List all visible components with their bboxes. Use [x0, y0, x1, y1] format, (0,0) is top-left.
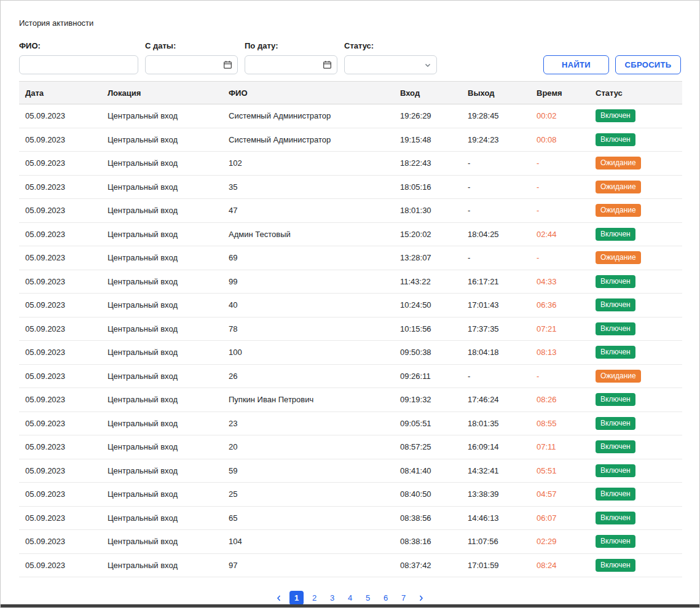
cell-status: Включен: [589, 128, 682, 152]
calendar-icon[interactable]: [223, 60, 232, 69]
cell-status: Ожидание: [589, 152, 682, 176]
cell-time: 00:08: [530, 128, 589, 152]
status-badge: Включен: [596, 109, 635, 122]
cell-fio: Пупкин Иван Петрович: [222, 388, 394, 412]
cell-location: Центральный вход: [101, 128, 222, 152]
date-from-field[interactable]: [151, 60, 223, 69]
cell-time: -: [530, 175, 589, 199]
cell-status: Включен: [589, 506, 682, 530]
status-label: Статус:: [344, 41, 437, 50]
page-button-3[interactable]: 3: [325, 591, 339, 605]
cell-date: 05.09.2023: [19, 459, 101, 483]
cell-time: 08:24: [530, 553, 589, 577]
cell-entry: 18:22:43: [394, 152, 462, 176]
cell-time: 06:07: [530, 506, 589, 530]
page-button-4[interactable]: 4: [343, 591, 357, 605]
cell-time: 07:11: [530, 435, 589, 459]
cell-date: 05.09.2023: [19, 175, 101, 199]
cell-location: Центральный вход: [101, 270, 222, 294]
table-row: 05.09.2023 Центральный вход 104 08:38:16…: [19, 530, 682, 554]
status-badge: Включен: [596, 488, 635, 501]
date-from-label: С даты:: [145, 41, 238, 50]
cell-time: 08:13: [530, 341, 589, 365]
cell-status: Ожидание: [589, 199, 682, 223]
reset-button[interactable]: СБРОСИТЬ: [615, 55, 681, 74]
cell-exit: 14:46:13: [462, 506, 530, 530]
cell-entry: 09:05:51: [394, 411, 462, 435]
cell-status: Включен: [589, 459, 682, 483]
cell-entry: 09:26:11: [394, 364, 462, 388]
cell-entry: 18:01:30: [394, 199, 462, 223]
cell-exit: 11:07:56: [462, 530, 530, 554]
cell-fio: 59: [222, 459, 394, 483]
chevron-down-icon: [424, 61, 431, 69]
prev-page-icon[interactable]: [272, 591, 286, 605]
cell-date: 05.09.2023: [19, 246, 101, 270]
find-button[interactable]: НАЙТИ: [543, 55, 609, 74]
status-filter-group: Статус:: [344, 41, 437, 74]
cell-location: Центральный вход: [101, 222, 222, 246]
cell-date: 05.09.2023: [19, 341, 101, 365]
cell-fio: 65: [222, 506, 394, 530]
cell-entry: 15:20:02: [394, 222, 462, 246]
status-badge: Включен: [596, 559, 635, 572]
status-badge: Включен: [596, 393, 635, 406]
fio-input[interactable]: [19, 55, 138, 74]
page-button-1[interactable]: 1: [289, 591, 304, 605]
cell-entry: 08:38:16: [394, 530, 462, 554]
cell-exit: 16:09:14: [462, 435, 530, 459]
calendar-icon[interactable]: [323, 60, 332, 69]
status-select[interactable]: [344, 55, 437, 74]
cell-date: 05.09.2023: [19, 483, 101, 507]
fio-filter-group: ФИО:: [19, 41, 138, 74]
table-row: 05.09.2023 Центральный вход Системный Ад…: [19, 128, 682, 152]
cell-status: Включен: [589, 530, 682, 554]
column-header: ФИО: [222, 82, 394, 104]
table-row: 05.09.2023 Центральный вход 26 09:26:11 …: [19, 364, 682, 388]
cell-fio: 69: [222, 246, 394, 270]
table-row: 05.09.2023 Центральный вход 40 10:24:50 …: [19, 294, 682, 318]
next-page-icon[interactable]: [414, 591, 428, 605]
date-from-input[interactable]: [145, 55, 238, 74]
pagination-pages: 1234567: [289, 591, 411, 605]
table-row: 05.09.2023 Центральный вход 23 09:05:51 …: [19, 411, 682, 435]
cell-time: 02:29: [530, 530, 589, 554]
status-badge: Включен: [596, 322, 635, 335]
status-badge: Включен: [596, 512, 635, 524]
page-button-7[interactable]: 7: [396, 591, 411, 605]
cell-entry: 08:57:25: [394, 435, 462, 459]
status-badge: Ожидание: [596, 204, 641, 217]
cell-status: Включен: [589, 483, 682, 507]
cell-date: 05.09.2023: [19, 128, 101, 152]
page-button-2[interactable]: 2: [307, 591, 321, 605]
page-button-6[interactable]: 6: [379, 591, 393, 605]
cell-date: 05.09.2023: [19, 435, 101, 459]
cell-exit: 17:01:43: [462, 294, 530, 318]
cell-time: -: [530, 246, 589, 270]
cell-status: Включен: [589, 388, 682, 412]
date-to-field[interactable]: [250, 60, 323, 69]
cell-location: Центральный вход: [101, 364, 222, 388]
page-button-5[interactable]: 5: [361, 591, 375, 605]
cell-fio: 78: [222, 317, 394, 341]
cell-location: Центральный вход: [101, 435, 222, 459]
cell-fio: 35: [222, 175, 394, 199]
page-title: История активности: [19, 1, 681, 28]
table-row: 05.09.2023 Центральный вход 20 08:57:25 …: [19, 435, 682, 459]
cell-exit: -: [462, 364, 530, 388]
table-row: 05.09.2023 Центральный вход 97 08:37:42 …: [19, 553, 682, 577]
table-row: 05.09.2023 Центральный вход Системный Ад…: [19, 104, 682, 128]
cell-exit: 19:28:45: [462, 104, 530, 128]
window-bottom-edge: [1, 604, 699, 607]
cell-entry: 08:37:42: [394, 553, 462, 577]
cell-entry: 10:24:50: [394, 294, 462, 318]
table-row: 05.09.2023 Центральный вход Админ Тестов…: [19, 222, 682, 246]
column-header: Время: [530, 82, 589, 104]
table-header-row: ДатаЛокацияФИОВходВыходВремяСтатус: [19, 82, 682, 104]
cell-fio: 20: [222, 435, 394, 459]
date-to-input[interactable]: [245, 55, 337, 74]
cell-location: Центральный вход: [101, 341, 222, 365]
table-row: 05.09.2023 Центральный вход 65 08:38:56 …: [19, 506, 682, 530]
date-to-label: По дату:: [245, 41, 337, 50]
cell-exit: 17:01:59: [462, 553, 530, 577]
